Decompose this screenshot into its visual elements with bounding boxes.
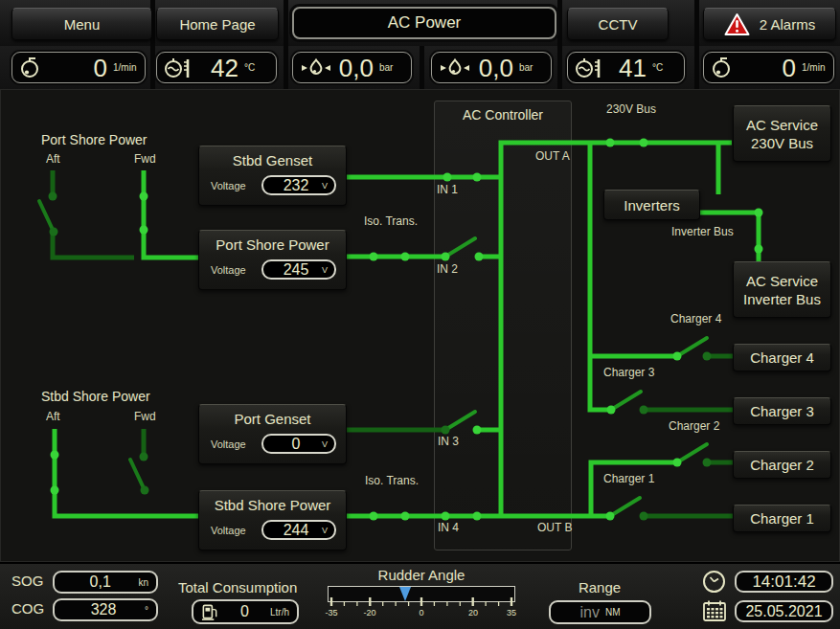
coolant-temp-icon: [575, 56, 603, 80]
voltage-label: Voltage: [211, 180, 261, 191]
inverter-bus-label: Inverter Bus: [671, 225, 734, 238]
range-value: inv: [579, 604, 599, 621]
stbd-oil-pressure-gauge: 0,0 bar: [431, 52, 552, 83]
port-oil-pressure-gauge: 0,0 bar: [292, 52, 412, 83]
sog-label: SOG: [11, 573, 43, 589]
stbd-shore-power-box[interactable]: Stbd Shore Power Voltage 244 V: [198, 490, 347, 550]
stbd-rpm-unit: 1/min: [802, 62, 827, 73]
charger1-box-label: Charger 1: [750, 510, 814, 527]
stbd-genset-voltage-display: 232 V: [261, 175, 336, 195]
in1-label: IN 1: [437, 183, 458, 196]
port-genset-box[interactable]: Port Genset Voltage 0 V: [198, 404, 347, 464]
stbd-rpm-gauge: 0 1/min: [703, 52, 834, 83]
consumption-unit: Ltr/h: [270, 607, 289, 618]
ac-service-inverter-line1: AC Service: [746, 272, 818, 290]
rudder-tick-min: -35: [325, 608, 337, 618]
voltage-unit: V: [322, 265, 328, 275]
port-genset-voltage-display: 0 V: [261, 434, 336, 454]
alarm-triangle-icon: [724, 12, 750, 36]
menu-button[interactable]: Menu: [11, 8, 152, 40]
voltage-unit: V: [322, 181, 328, 191]
port-rpm-gauge: 0 1/min: [11, 52, 146, 83]
ac-service-230v-line1: AC Service: [746, 116, 818, 134]
iso-trans-label-lower: Iso. Trans.: [365, 474, 419, 487]
stbd-coolant-temp-unit: °C: [652, 62, 677, 73]
divider: [694, 46, 699, 89]
consumption-display: 0 Ltr/h: [192, 599, 299, 624]
charger4-switch-label: Charger 4: [670, 312, 721, 326]
charger2-switch-label: Charger 2: [669, 419, 719, 433]
date-display: 25.05.2021: [735, 600, 833, 622]
ac-service-inverter-bus-box[interactable]: AC Service Inverter Bus: [733, 261, 831, 318]
charger3-box[interactable]: Charger 3: [733, 397, 831, 425]
ac-controller-box: AC Controller: [434, 101, 572, 550]
out-a-label: OUT A: [535, 149, 570, 163]
top-navbar: Menu Home Page AC Power CCTV 2 Alarms: [0, 0, 840, 48]
ac-service-230v-bus-box[interactable]: AC Service 230V Bus: [733, 105, 831, 162]
cog-unit: °: [145, 605, 148, 616]
stbd-shore-power-voltage-value: 244: [270, 522, 322, 539]
port-oil-pressure-value: 0,0: [332, 54, 374, 82]
home-page-button[interactable]: Home Page: [156, 8, 279, 40]
stbd-shore-power-heading: Stbd Shore Power: [41, 389, 150, 404]
cog-display: 328 °: [53, 598, 158, 621]
clock-icon: [702, 570, 726, 594]
charger1-box[interactable]: Charger 1: [733, 505, 831, 532]
in4-label: IN 4: [438, 521, 459, 534]
charger1-switch-label: Charger 1: [603, 472, 654, 485]
rudder-tick-scale: [328, 592, 515, 606]
inverters-box[interactable]: Inverters: [603, 190, 700, 220]
ac-service-230v-line2: 230V Bus: [751, 134, 813, 152]
range-label: Range: [579, 579, 621, 595]
stbd-genset-voltage-value: 232: [270, 177, 322, 194]
range-unit: NM: [605, 607, 621, 618]
cctv-button-label: CCTV: [599, 16, 638, 33]
port-oil-pressure-unit: bar: [379, 62, 404, 73]
oil-pressure-icon: [300, 56, 332, 79]
menu-button-label: Menu: [64, 16, 101, 33]
port-shore-power-box[interactable]: Port Shore Power Voltage 245 V: [198, 230, 347, 290]
charger3-box-label: Charger 3: [750, 403, 814, 419]
alarms-count-label: 2 Alarms: [760, 16, 815, 33]
port-shore-aft-label: Aft: [46, 152, 60, 166]
port-coolant-temp-value: 42: [193, 54, 238, 82]
charger2-box[interactable]: Charger 2: [733, 451, 831, 479]
in2-label: IN 2: [437, 262, 458, 276]
stbd-shore-power-title: Stbd Shore Power: [199, 491, 346, 513]
alarms-button[interactable]: 2 Alarms: [703, 8, 836, 40]
voltage-unit: V: [322, 526, 328, 535]
cog-value: 328: [62, 601, 145, 618]
port-genset-title: Port Genset: [199, 405, 346, 427]
power-diagram-panel: AC Controller: [0, 89, 840, 562]
rudder-tick-n20: -20: [363, 608, 375, 618]
voltage-label: Voltage: [211, 264, 261, 276]
stbd-shore-aft-label: Aft: [46, 410, 60, 423]
sog-unit: kn: [138, 577, 148, 588]
port-shore-power-voltage-display: 245 V: [261, 259, 336, 280]
calendar-icon: [702, 599, 727, 623]
oil-pressure-icon: [439, 56, 471, 79]
wiring-diagram: [0, 89, 840, 562]
engine-gauge-bar: 0 1/min 42 °C 0,0 bar: [0, 46, 840, 91]
stbd-shore-power-voltage-display: 244 V: [261, 520, 336, 540]
coolant-temp-icon: [164, 56, 193, 80]
rudder-tick-p20: 20: [468, 608, 478, 618]
charger4-box[interactable]: Charger 4: [733, 344, 831, 371]
divider: [284, 0, 288, 46]
port-coolant-temp-unit: °C: [244, 62, 269, 73]
stbd-genset-box[interactable]: Stbd Genset Voltage 232 V: [198, 146, 347, 206]
port-shore-fwd-label: Fwd: [134, 152, 156, 166]
sog-display: 0,1 kn: [53, 571, 158, 594]
rudder-tick-zero: 0: [419, 608, 423, 618]
divider: [284, 46, 288, 89]
iso-trans-label-upper: Iso. Trans.: [364, 214, 418, 228]
voltage-label: Voltage: [211, 525, 261, 536]
rpm-icon: [711, 56, 733, 80]
port-rpm-value: 0: [41, 54, 107, 82]
divider: [420, 46, 424, 89]
cctv-button[interactable]: CCTV: [567, 8, 669, 40]
port-coolant-temp-gauge: 42 °C: [156, 52, 277, 83]
in3-label: IN 3: [438, 435, 459, 448]
stbd-genset-title: Stbd Genset: [199, 146, 346, 168]
ac-controller-title: AC Controller: [435, 101, 571, 123]
